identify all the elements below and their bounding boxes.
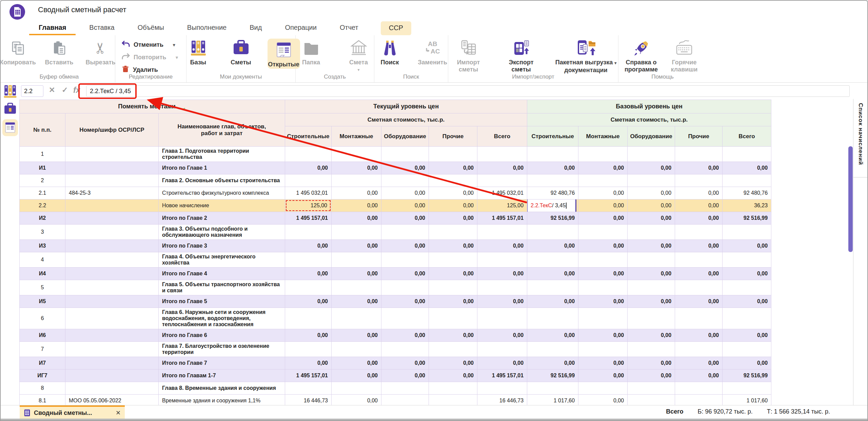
cell-value[interactable]: 0,00 [675,357,723,370]
cell-value[interactable]: 0,00 [332,329,381,342]
cell-num[interactable]: 1 [20,147,65,162]
cell-value[interactable] [332,280,381,295]
tab-operacii[interactable]: Операции [284,21,317,36]
tab-glavnaya[interactable]: Главная [38,21,67,36]
cell-code[interactable] [65,342,159,357]
cell-value[interactable]: 0,00 [332,268,381,280]
import-button[interactable]: Импорт сметы [448,39,489,73]
cell-value[interactable] [527,225,578,240]
cell-name[interactable]: Строительство физкультурного комплекса [159,187,285,199]
new-folder-button[interactable]: Папка [295,39,328,66]
cell-value[interactable]: 0,00 [429,295,477,308]
cell-value[interactable] [527,147,578,162]
tab-otchet[interactable]: Отчет [339,21,359,36]
col-header-cur-stroit[interactable]: Строительные [285,126,332,147]
undo-button[interactable]: Отменить ▾ [121,40,186,50]
cell-value[interactable]: 0,00 [429,199,477,212]
cell-value[interactable]: 0,00 [429,187,477,199]
cell-num[interactable]: И4 [20,268,65,280]
cell-value[interactable] [527,308,578,329]
cell-value[interactable] [285,308,332,329]
cell-value[interactable]: 0,00 [429,212,477,225]
cell-value[interactable]: 0,00 [429,268,477,280]
cell-value[interactable]: 0,00 [477,240,527,252]
cell-value[interactable]: 0,00 [285,162,332,174]
cell-value[interactable]: 0,00 [429,370,477,382]
export-dropdown-icon[interactable]: ▾ [520,67,522,72]
cell-value[interactable] [332,147,381,162]
cell-value[interactable]: 0,00 [628,187,675,199]
hotkeys-button[interactable]: Горячие клавиши [668,39,701,73]
cell-value[interactable]: 0,00 [628,212,675,225]
cell-value[interactable]: 92 516,99 [723,212,771,225]
cell-value[interactable]: 0,00 [332,212,381,225]
accruals-list-tab[interactable]: Список начислений [853,99,867,177]
cell-code[interactable] [65,199,159,212]
cell-value[interactable] [381,225,429,240]
cell-value[interactable] [527,252,578,268]
cell-name[interactable]: Итого по Главе 2 [159,212,285,225]
cell-value[interactable] [381,308,429,329]
cell-name[interactable]: Итого по Главе 1 [159,162,285,174]
cell-value[interactable]: 0,00 [332,357,381,370]
cell-name[interactable]: Итого по Главе 7 [159,357,285,370]
cell-value[interactable]: 0,00 [285,240,332,252]
cell-value[interactable]: 0,00 [477,268,527,280]
cell-code[interactable] [65,295,159,308]
cell-name[interactable]: Глава 3. Объекты подсобного и обслуживаю… [159,225,285,240]
cell-value[interactable]: 0,00 [381,240,429,252]
cell-value[interactable]: 0,00 [381,370,429,382]
tab-vypolnenie[interactable]: Выполнение [186,21,227,36]
cell-name[interactable]: Глава 6. Наружные сети и сооружения водо… [159,308,285,329]
cell-value[interactable] [675,147,723,162]
cell-value[interactable]: 0,00 [477,357,527,370]
cell-value[interactable] [527,280,578,295]
cell-code[interactable]: 484-25-3 [65,187,159,199]
cell-value[interactable]: 0,00 [723,329,771,342]
col-header-name[interactable]: Наименование глав, объектов, работ и зат… [159,113,285,147]
cell-value[interactable] [429,280,477,295]
cell-value[interactable]: 0,00 [628,295,675,308]
cell-value[interactable]: 0,00 [628,199,675,212]
cell-value[interactable]: 0,00 [285,295,332,308]
cell-value[interactable] [628,308,675,329]
cell-name[interactable]: Итого по Главе 3 [159,240,285,252]
cell-num[interactable]: И5 [20,295,65,308]
tab-vid[interactable]: Вид [249,21,262,36]
cell-value[interactable]: 0,00 [527,240,578,252]
cell-value[interactable] [628,342,675,357]
cell-value[interactable] [285,252,332,268]
copy-button[interactable]: Копировать [2,39,34,66]
cell-value[interactable]: 0,00 [675,329,723,342]
cell-name[interactable]: Новое начисление [159,199,285,212]
cell-value[interactable] [381,147,429,162]
cell-value[interactable]: 0,00 [285,329,332,342]
cell-value[interactable] [628,147,675,162]
tab-vstavka[interactable]: Вставка [88,21,115,36]
col-header-base-mont[interactable]: Монтажные [578,126,628,147]
col-header-cur-prochie[interactable]: Прочие [429,126,477,147]
cell-value[interactable] [429,225,477,240]
cell-code[interactable]: МОО 05.05.006-2022 [65,395,159,407]
cell-value[interactable] [628,225,675,240]
cell-value[interactable]: 0,00 [381,162,429,174]
col-header-base-vsego[interactable]: Всего [723,126,771,147]
cell-value[interactable]: 0,00 [675,240,723,252]
cell-code[interactable] [65,280,159,295]
cell-value[interactable] [723,342,771,357]
batch-dropdown-icon[interactable]: ▾ [614,61,616,65]
cell-value[interactable]: 0,00 [675,295,723,308]
cell-value[interactable]: 1 495 032,01 [477,187,527,199]
cell-value[interactable] [332,252,381,268]
cell-value[interactable] [675,395,723,407]
cell-value[interactable] [332,225,381,240]
cell-value[interactable] [527,174,578,187]
cell-value[interactable] [675,174,723,187]
cell-value[interactable]: 0,00 [381,295,429,308]
cell-value[interactable]: 0,00 [578,199,628,212]
cell-code[interactable] [65,382,159,395]
cell-value[interactable]: 0,00 [381,212,429,225]
new-estimate-button[interactable]: Смета ▾ [342,39,375,72]
batch-export-button[interactable]: Пакетная выгрузка ▾ документации [554,39,618,74]
cell-reference-input[interactable] [21,85,43,97]
